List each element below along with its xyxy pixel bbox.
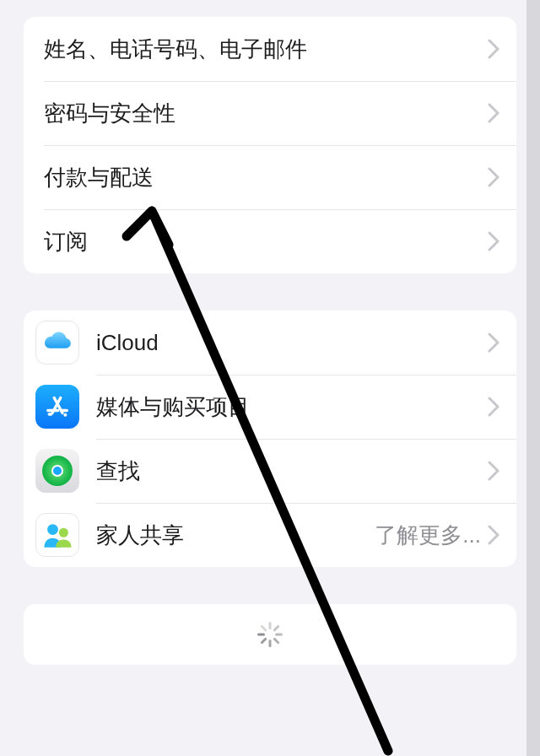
family-sharing-label: 家人共享 <box>96 521 375 550</box>
password-security-label: 密码与安全性 <box>44 99 488 128</box>
chevron-right-icon <box>488 525 500 545</box>
chevron-right-icon <box>488 167 500 187</box>
subscriptions-label: 订阅 <box>44 227 488 256</box>
findmy-row[interactable]: 查找 <box>24 439 516 503</box>
media-purchases-label: 媒体与购买项目 <box>96 392 488 422</box>
payment-shipping-row[interactable]: 付款与配送 <box>24 145 516 209</box>
chevron-right-icon <box>488 103 500 123</box>
name-phone-email-label: 姓名、电话号码、电子邮件 <box>44 35 488 64</box>
chevron-right-icon <box>488 397 500 417</box>
name-phone-email-row[interactable]: 姓名、电话号码、电子邮件 <box>24 17 516 81</box>
chevron-right-icon <box>488 39 500 59</box>
chevron-right-icon <box>488 332 500 353</box>
chevron-right-icon <box>488 231 500 251</box>
payment-shipping-label: 付款与配送 <box>44 163 488 192</box>
findmy-icon <box>35 449 79 493</box>
family-sharing-row[interactable]: 家人共享 了解更多... <box>24 503 516 567</box>
findmy-label: 查找 <box>96 456 488 486</box>
family-icon <box>35 513 79 557</box>
spinner-icon <box>257 622 283 647</box>
services-group: iCloud 媒体与购买项目 查找 <box>24 310 516 567</box>
subscriptions-row[interactable]: 订阅 <box>24 209 516 273</box>
svg-point-2 <box>59 528 68 537</box>
svg-point-1 <box>47 524 58 535</box>
icloud-label: iCloud <box>96 330 488 356</box>
icloud-row[interactable]: iCloud <box>24 310 516 375</box>
chevron-right-icon <box>488 461 500 481</box>
account-info-group: 姓名、电话号码、电子邮件 密码与安全性 付款与配送 订阅 <box>24 17 516 273</box>
family-sharing-detail: 了解更多... <box>375 521 481 550</box>
icloud-icon <box>35 321 79 364</box>
media-purchases-row[interactable]: 媒体与购买项目 <box>24 375 516 439</box>
svg-point-0 <box>63 413 67 417</box>
scrollbar-track <box>526 0 540 756</box>
password-security-row[interactable]: 密码与安全性 <box>24 81 516 145</box>
loading-group <box>24 604 516 665</box>
appstore-icon <box>35 385 79 429</box>
